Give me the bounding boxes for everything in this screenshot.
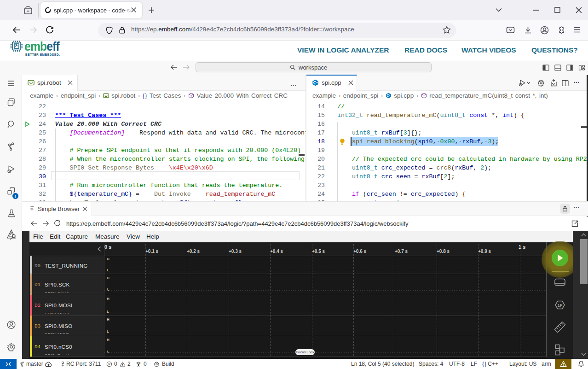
- svg-text:1F: 1F: [558, 303, 563, 308]
